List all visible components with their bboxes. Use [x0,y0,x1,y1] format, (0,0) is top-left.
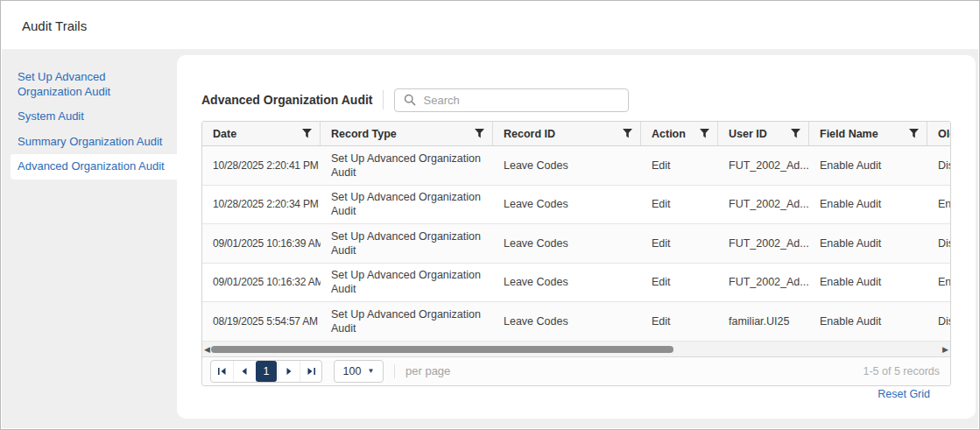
audit-grid: Date Record Type Record ID Action [201,121,951,386]
next-page-button[interactable] [278,361,300,382]
scroll-right-icon[interactable]: ▶ [942,344,948,355]
funnel-icon[interactable] [791,129,800,138]
funnel-icon[interactable] [623,129,632,138]
page-size-value: 100 [343,365,362,377]
cell-record-id: Leave Codes [493,302,641,341]
cell-field-name: Enable Audit [809,264,927,302]
cell-field-name: Enable Audit [809,186,927,224]
chevron-down-icon: ▼ [367,367,374,375]
cell-action: Edit [641,146,718,185]
perpage-divider [394,364,395,378]
cell-field-name: Enable Audit [809,146,927,185]
per-page-label: per page [405,364,450,377]
scrollbar-thumb[interactable] [211,346,673,353]
grid-pagination-bar: 1 1 [202,357,950,385]
scroll-left-icon[interactable]: ◀ [204,344,210,355]
last-page-icon [307,367,316,376]
cell-action: Edit [641,186,718,224]
cell-old-value: Disa [927,302,950,341]
page-title: Audit Trails [1,1,979,33]
cell-record-type: Set Up Advanced Organization Audit [321,146,493,185]
cell-old-value: Ena [927,186,950,224]
top-bar: Audit Trails [1,1,979,49]
cell-user-id: FUT_2002_Ad... [718,146,809,185]
grid-header-row: Date Record Type Record ID Action [202,122,950,146]
cell-record-id: Leave Codes [493,186,641,224]
sidebar: Set Up Advanced Organization Audit Syste… [2,49,177,180]
column-header-record-type[interactable]: Record Type [321,122,493,145]
cell-field-name: Enable Audit [809,302,927,341]
table-row: 08/19/2025 5:54:57 AM Set Up Advanced Or… [202,302,950,342]
horizontal-scrollbar[interactable]: ◀ ▶ [202,342,950,357]
cell-old-value: Ena [927,264,950,302]
column-header-date[interactable]: Date [202,122,321,145]
cell-record-type: Set Up Advanced Organization Audit [321,264,493,302]
audit-trails-page: Audit Trails Set Up Advanced Organizatio… [0,0,980,430]
cell-field-name: Enable Audit [809,224,927,263]
reset-grid-link[interactable]: Reset Grid [878,388,930,400]
content-region: Set Up Advanced Organization Audit Syste… [2,49,978,428]
cell-date: 09/01/2025 10:16:32 AM [202,264,321,302]
page-size-dropdown[interactable]: 100 ▼ [334,360,384,383]
column-header-user-id[interactable]: User ID [718,122,809,145]
cell-old-value: Disa [927,224,950,263]
cell-old-value: Disa [927,146,950,185]
search-input[interactable] [424,94,628,107]
cell-user-id: FUT_2002_Ad... [718,264,809,302]
table-row: 09/01/2025 10:16:39 AM Set Up Advanced O… [202,224,950,264]
cell-date: 10/28/2025 2:20:34 PM [202,186,321,224]
main-panel: Advanced Organization Audit Date [177,55,976,419]
cell-date: 09/01/2025 10:16:39 AM [202,224,321,263]
grid-scroll-clip: Date Record Type Record ID Action [202,122,950,342]
table-row: 10/28/2025 2:20:41 PM Set Up Advanced Or… [202,146,950,186]
cell-record-id: Leave Codes [493,264,641,302]
pager: 1 [210,360,322,383]
records-range-label: 1-5 of 5 records [863,365,940,377]
cell-record-type: Set Up Advanced Organization Audit [321,224,493,263]
cell-record-id: Leave Codes [493,146,641,185]
column-header-old-value[interactable]: Old [927,122,950,145]
funnel-icon[interactable] [302,129,312,138]
column-header-field-name[interactable]: Field Name [809,122,927,145]
next-page-icon [285,367,293,376]
search-box[interactable] [394,88,629,112]
panel-heading: Advanced Organization Audit [201,93,373,107]
table-row: 09/01/2025 10:16:32 AM Set Up Advanced O… [202,264,950,303]
heading-divider [383,90,384,109]
cell-date: 10/28/2025 2:20:41 PM [202,146,321,185]
cell-user-id: FUT_2002_Ad... [718,224,809,263]
current-page-button[interactable]: 1 [256,361,277,382]
first-page-button[interactable] [211,361,233,382]
cell-user-id: familiar.UI25 [718,302,809,341]
funnel-icon[interactable] [475,129,484,138]
sidebar-item-summary-organization-audit[interactable]: Summary Organization Audit [2,130,177,155]
cell-action: Edit [641,302,718,341]
sidebar-item-setup-advanced-organization-audit[interactable]: Set Up Advanced Organization Audit [2,65,177,104]
cell-date: 08/19/2025 5:54:57 AM [202,302,321,341]
sidebar-item-advanced-organization-audit[interactable]: Advanced Organization Audit [11,154,177,180]
previous-page-button[interactable] [233,361,255,382]
first-page-icon [217,367,227,376]
cell-action: Edit [641,264,718,302]
table-row: 10/28/2025 2:20:34 PM Set Up Advanced Or… [202,186,950,225]
previous-page-icon [240,367,249,376]
column-header-record-id[interactable]: Record ID [493,122,641,145]
cell-record-type: Set Up Advanced Organization Audit [321,302,493,341]
cell-record-type: Set Up Advanced Organization Audit [321,186,493,224]
cell-record-id: Leave Codes [493,224,641,263]
panel-toolbar: Advanced Organization Audit [201,88,629,112]
cell-action: Edit [641,224,718,263]
column-header-action[interactable]: Action [641,122,718,145]
sidebar-item-system-audit[interactable]: System Audit [2,104,177,130]
magnifier-icon [404,94,416,106]
funnel-icon[interactable] [909,129,919,138]
last-page-button[interactable] [300,361,321,382]
cell-user-id: FUT_2002_Ad... [718,186,809,224]
funnel-icon[interactable] [700,129,709,138]
